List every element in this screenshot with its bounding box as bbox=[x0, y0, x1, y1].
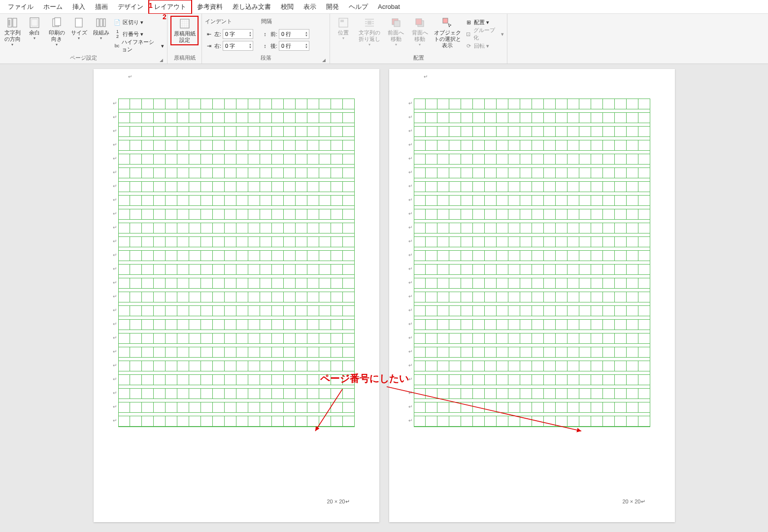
chevron-down-icon: ▾ bbox=[140, 19, 143, 26]
indent-left-icon: ⇤ bbox=[205, 30, 213, 38]
chevron-down-icon: ▾ bbox=[78, 36, 80, 41]
selection-pane-icon bbox=[441, 17, 453, 29]
text-direction-button[interactable]: 文字列の方向 ▾ bbox=[3, 16, 22, 47]
tab-draw[interactable]: 描画 bbox=[90, 0, 113, 13]
svg-rect-9 bbox=[103, 19, 105, 27]
columns-label: 段組み bbox=[93, 30, 109, 36]
indent-right-input[interactable]: ▲▼ bbox=[223, 41, 253, 51]
tab-developer[interactable]: 開発 bbox=[321, 0, 344, 13]
annotation-text: ページ番号にしたい bbox=[320, 372, 409, 385]
paragraph-group-label: 段落 bbox=[261, 55, 271, 61]
tab-home[interactable]: ホーム bbox=[38, 0, 67, 13]
wrap-button[interactable]: 文字列の折り返し ▾ bbox=[357, 16, 382, 47]
position-button[interactable]: 位置 ▾ bbox=[333, 16, 354, 41]
hyphenation-label: ハイフネーション bbox=[122, 38, 160, 53]
spacing-after-icon: ↕ bbox=[261, 42, 269, 50]
send-backward-icon bbox=[414, 17, 426, 29]
svg-rect-15 bbox=[394, 21, 400, 27]
document-page-1[interactable]: ↵ ↵↵↵↵↵↵↵↵↵↵↵↵↵↵↵↵↵↵↵↵↵↵↵↵ 20 × 20↵ bbox=[94, 69, 379, 522]
chevron-down-icon: ▾ bbox=[486, 43, 489, 49]
svg-rect-17 bbox=[416, 19, 422, 25]
marker-1: 1 bbox=[149, 1, 153, 9]
size-button[interactable]: サイズ ▾ bbox=[69, 16, 89, 41]
columns-icon bbox=[95, 17, 107, 29]
indent-title: インデント bbox=[205, 18, 232, 25]
page-setup-dialog-launcher[interactable]: ◢ bbox=[160, 58, 163, 63]
svg-rect-6 bbox=[75, 18, 82, 27]
svg-rect-12 bbox=[340, 20, 344, 22]
hyphenation-button[interactable]: bcハイフネーション ▾ bbox=[113, 40, 164, 51]
position-icon bbox=[337, 17, 349, 29]
svg-rect-18 bbox=[443, 18, 448, 23]
chevron-down-icon: ▾ bbox=[100, 36, 102, 41]
margins-icon bbox=[29, 17, 40, 29]
align-icon: ⊞ bbox=[465, 18, 472, 26]
size-icon bbox=[73, 17, 85, 29]
chevron-down-icon: ▾ bbox=[368, 42, 370, 47]
breaks-icon: 📄 bbox=[113, 18, 121, 26]
bring-forward-label: 前面へ移動 bbox=[385, 30, 406, 42]
align-button[interactable]: ⊞配置 ▾ bbox=[465, 17, 504, 28]
page-size-text: 20 × 20↵ bbox=[622, 499, 645, 505]
margins-label: 余白 bbox=[29, 30, 40, 36]
margins-button[interactable]: 余白 ▾ bbox=[25, 16, 44, 41]
spacing-before-icon: ↕ bbox=[261, 30, 269, 38]
genko-icon bbox=[179, 18, 191, 30]
spacing-after-input[interactable]: ▲▼ bbox=[279, 41, 309, 51]
chevron-down-icon: ▾ bbox=[501, 31, 504, 37]
svg-rect-3 bbox=[32, 19, 37, 26]
send-backward-label: 背面へ移動 bbox=[409, 30, 430, 42]
columns-button[interactable]: 段組み ▾ bbox=[92, 16, 111, 41]
bring-forward-button[interactable]: 前面へ移動 ▾ bbox=[385, 16, 406, 47]
text-direction-icon bbox=[6, 17, 18, 29]
tab-review[interactable]: 校閲 bbox=[276, 0, 299, 13]
rotate-button[interactable]: ⟳回転 ▾ bbox=[465, 40, 504, 51]
group-label: グループ化 bbox=[473, 27, 500, 41]
orientation-icon bbox=[51, 17, 63, 29]
paragraph-mark: ↵ bbox=[128, 74, 132, 79]
svg-rect-13 bbox=[367, 21, 371, 25]
send-backward-button[interactable]: 背面へ移動 ▾ bbox=[409, 16, 430, 47]
tab-help[interactable]: ヘルプ bbox=[344, 0, 373, 13]
breaks-button[interactable]: 📄区切り ▾ bbox=[113, 17, 164, 28]
indent-left-label: 左: bbox=[214, 31, 221, 38]
spacing-before-input[interactable]: ▲▼ bbox=[279, 29, 309, 39]
svg-rect-1 bbox=[13, 18, 17, 27]
wrap-icon bbox=[364, 17, 375, 29]
line-numbers-icon: 12 bbox=[113, 30, 121, 38]
text-direction-label: 文字列の方向 bbox=[3, 30, 22, 42]
tab-design[interactable]: デザイン bbox=[113, 0, 148, 13]
page-setup-group-label: ページ設定 bbox=[70, 55, 97, 61]
group-button[interactable]: ⊡グループ化 ▾ bbox=[465, 29, 504, 39]
tab-file[interactable]: ファイル bbox=[3, 0, 38, 13]
chevron-down-icon: ▾ bbox=[33, 36, 35, 41]
align-label: 配置 bbox=[474, 19, 485, 26]
indent-right-icon: ⇥ bbox=[205, 42, 213, 50]
tab-view[interactable]: 表示 bbox=[299, 0, 321, 13]
paragraph-dialog-launcher[interactable]: ◢ bbox=[322, 58, 326, 63]
breaks-label: 区切り bbox=[123, 19, 139, 26]
chevron-down-icon: ▾ bbox=[161, 43, 164, 49]
tab-mailings[interactable]: 差し込み文書 bbox=[228, 0, 276, 13]
orientation-button[interactable]: 印刷の向き ▾ bbox=[47, 16, 67, 47]
genko-settings-button[interactable]: 原稿用紙設定 bbox=[170, 16, 199, 45]
tab-layout[interactable]: レイアウト bbox=[148, 0, 192, 14]
line-numbers-button[interactable]: 12行番号 ▾ bbox=[113, 29, 164, 39]
indent-right-label: 右: bbox=[214, 42, 221, 50]
page-size-text: 20 × 20↵ bbox=[327, 499, 349, 505]
tab-acrobat[interactable]: Acrobat bbox=[373, 1, 405, 12]
marker-2: 2 bbox=[163, 13, 167, 21]
svg-rect-11 bbox=[339, 18, 348, 27]
indent-left-input[interactable]: ▲▼ bbox=[223, 29, 253, 39]
arrange-group-label: 配置 bbox=[413, 55, 424, 61]
chevron-down-icon: ▾ bbox=[56, 42, 58, 47]
bring-forward-icon bbox=[390, 17, 402, 29]
genko-group-label: 原稿用紙 bbox=[174, 55, 196, 61]
tab-references[interactable]: 参考資料 bbox=[192, 0, 228, 13]
tab-insert[interactable]: 挿入 bbox=[67, 0, 90, 13]
document-page-2[interactable]: ↵ ↵↵↵↵↵↵↵↵↵↵↵↵↵↵↵↵↵↵↵↵↵↵↵↵ 20 × 20↵ bbox=[389, 69, 675, 522]
svg-rect-8 bbox=[100, 19, 102, 27]
selection-pane-button[interactable]: オブジェクトの選択と表示 bbox=[433, 16, 462, 49]
svg-rect-5 bbox=[55, 18, 61, 26]
chevron-down-icon: ▾ bbox=[486, 19, 489, 26]
